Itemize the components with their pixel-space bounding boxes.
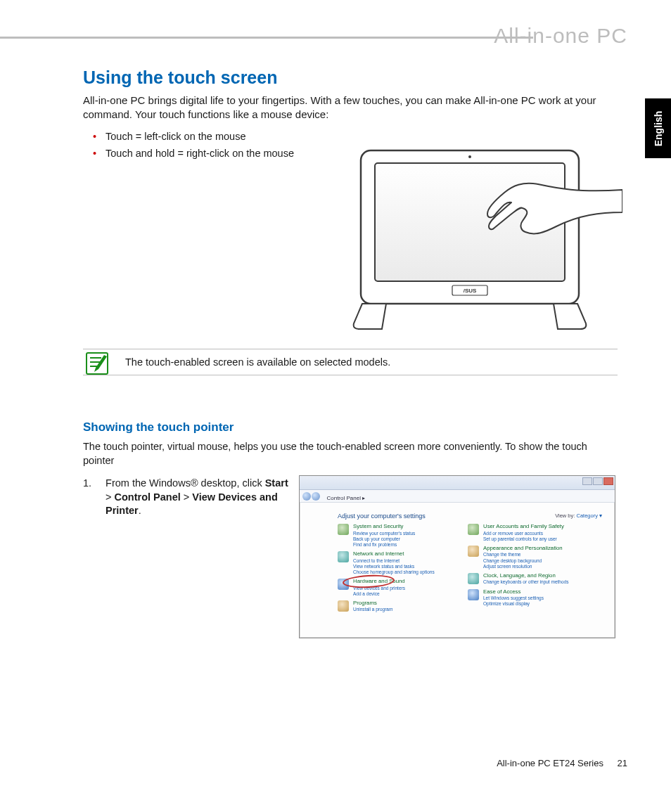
language-tab: English: [645, 98, 671, 158]
cp-category-link: Connect to the Internet: [353, 558, 435, 563]
cp-category-title: Clock, Language, and Region: [483, 573, 568, 579]
cp-category: Ease of AccessLet Windows suggest settin…: [468, 589, 584, 607]
cp-category: Appearance and PersonalizationChange the…: [468, 546, 584, 569]
cp-category: Clock, Language, and RegionChange keyboa…: [468, 573, 584, 585]
cp-category-link: Change the theme: [483, 552, 563, 557]
step-1: 1. From the Windows® desktop, click Star…: [83, 477, 294, 518]
control-panel-screenshot: Control Panel ▸ Adjust your computer's s…: [299, 475, 615, 638]
cp-category-link: Back up your computer: [353, 536, 415, 541]
step-sep: >: [106, 491, 115, 503]
header-product-line: All-in-one PC: [494, 24, 627, 48]
cp-category-icon: [338, 551, 349, 562]
step-text: .: [139, 505, 141, 516]
cp-category: System and SecurityReview your computer'…: [338, 524, 454, 547]
cp-category-link: Change keyboards or other input methods: [483, 579, 568, 584]
cp-category: Network and InternetConnect to the Inter…: [338, 551, 454, 574]
maximize-icon: [593, 477, 603, 485]
cp-category-icon: [338, 524, 349, 535]
cp-category-link: Add a device: [353, 591, 405, 596]
cp-category: User Accounts and Family SafetyAdd or re…: [468, 524, 584, 541]
breadcrumb: Control Panel ▸: [326, 495, 365, 501]
note-text: The touch-enabled screen is available on…: [125, 355, 618, 369]
window-titlebar: [300, 476, 615, 490]
section-intro: All-in-one PC brings digital life to you…: [83, 94, 603, 122]
footer-page-number: 21: [618, 758, 627, 768]
subsection-title: Showing the touch pointer: [83, 420, 234, 434]
cp-category-link: Review your computer's status: [353, 531, 415, 536]
cp-category-title: Network and Internet: [353, 551, 435, 558]
cp-category-link: Set up parental controls for any user: [483, 536, 564, 541]
bullet-item: Touch = left-click on the mouse: [93, 128, 618, 146]
cp-category-title: Ease of Access: [483, 589, 544, 595]
cp-category-icon: [468, 573, 479, 584]
section-title: Using the touch screen: [83, 67, 618, 88]
subsection-intro: The touch pointer, virtual mouse, helps …: [83, 440, 618, 468]
step-bold: Control Panel: [115, 491, 181, 503]
nav-back-icon: [302, 492, 311, 501]
cp-viewby: View by: Category ▾: [555, 513, 602, 519]
footer-model: All-in-one PC ET24 Series: [497, 758, 603, 768]
note-block: The touch-enabled screen is available on…: [83, 349, 618, 375]
cp-category-link: Uninstall a program: [353, 607, 392, 612]
cp-category-title: System and Security: [353, 524, 415, 530]
cp-category-link: View network status and tasks: [353, 564, 435, 569]
cp-category-title: Appearance and Personalization: [483, 546, 563, 552]
step-sep: >: [181, 491, 193, 503]
step-text: From the Windows® desktop, click: [106, 477, 265, 489]
cp-category: ProgramsUninstall a program: [338, 600, 454, 612]
cp-category-link: Let Windows suggest settings: [483, 595, 544, 600]
cp-category-title: User Accounts and Family Safety: [483, 524, 564, 530]
svg-text:/SUS: /SUS: [464, 288, 477, 294]
close-icon: [603, 477, 613, 485]
cp-category-link: Add or remove user accounts: [483, 531, 564, 536]
minimize-icon: [582, 477, 592, 485]
note-icon: [86, 352, 108, 375]
step-number: 1.: [83, 477, 103, 491]
language-label: English: [653, 110, 664, 146]
page-footer: All-in-one PC ET24 Series 21: [497, 758, 627, 768]
cp-category-icon: [468, 546, 479, 557]
cp-category-link: Change desktop background: [483, 558, 563, 563]
window-nav-bar: Control Panel ▸: [300, 490, 615, 503]
cp-category-icon: [338, 600, 349, 612]
cp-category-icon: [468, 589, 479, 600]
svg-point-2: [468, 155, 471, 158]
cp-category-link: Optimize visual display: [483, 601, 544, 606]
cp-category-link: Choose homegroup and sharing options: [353, 569, 435, 574]
cp-category-icon: [468, 524, 479, 535]
nav-fwd-icon: [312, 492, 320, 501]
cp-category-link: Find and fix problems: [353, 542, 415, 547]
touchscreen-illustration: /SUS: [347, 145, 622, 345]
step-bold: Start: [265, 477, 288, 489]
cp-category-link: Adjust screen resolution: [483, 564, 563, 569]
header-rule: [0, 37, 533, 39]
cp-category-title: Programs: [353, 600, 392, 607]
